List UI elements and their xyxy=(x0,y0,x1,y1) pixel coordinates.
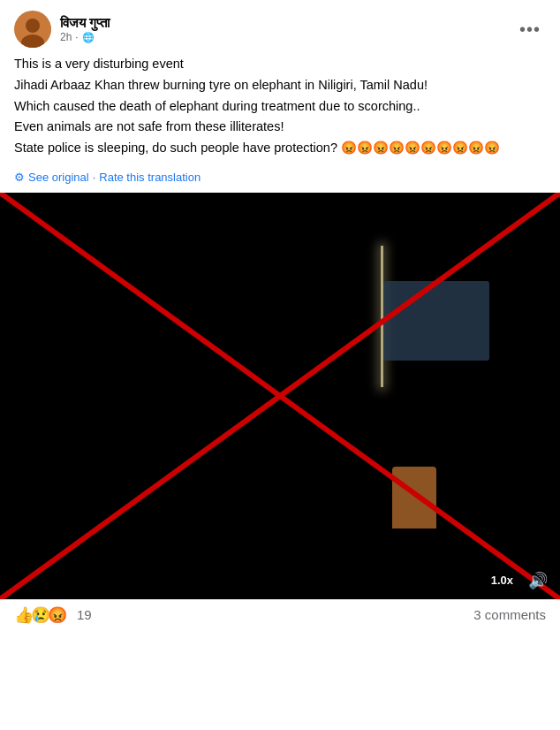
svg-point-1 xyxy=(26,19,40,33)
reaction-count[interactable]: 19 xyxy=(77,607,92,622)
text-line-1: This is a very disturbing event xyxy=(14,55,546,74)
text-line-2: Jihadi Arbaaz Khan threw burning tyre on… xyxy=(14,76,546,95)
video-background: 1.0x 🔊 xyxy=(0,193,560,599)
see-original-link[interactable]: See original xyxy=(28,171,89,184)
scene-vehicle xyxy=(383,281,489,361)
post-meta: 2h · 🌐 xyxy=(60,31,110,43)
globe-icon: 🌐 xyxy=(82,32,95,43)
speed-badge[interactable]: 1.0x xyxy=(485,572,519,589)
translation-bar: ⚙ See original · Rate this translation xyxy=(0,167,560,193)
post-header: विजय गुप्ता 2h · 🌐 ••• xyxy=(0,0,560,55)
user-info: विजय गुप्ता 2h · 🌐 xyxy=(60,15,110,43)
comments-count[interactable]: 3 comments xyxy=(473,607,546,622)
post-header-left: विजय गुप्ता 2h · 🌐 xyxy=(14,11,110,48)
angry-emoji: 😡 xyxy=(48,605,67,625)
rate-translation-link[interactable]: Rate this translation xyxy=(99,171,201,184)
text-line-4: Even animals are not safe from these ill… xyxy=(14,118,546,137)
video-container[interactable]: 1.0x 🔊 xyxy=(0,193,560,599)
separator: · xyxy=(75,31,78,43)
scene-figure xyxy=(392,467,436,528)
more-options-button[interactable]: ••• xyxy=(514,13,546,45)
reaction-icons: 👍 😢 😡 xyxy=(14,605,64,625)
post-text: This is a very disturbing event Jihadi A… xyxy=(0,55,560,167)
video-controls: 1.0x 🔊 xyxy=(485,571,548,590)
text-line-5: State police is sleeping, do such people… xyxy=(14,139,546,158)
reactions: 👍 😢 😡 19 xyxy=(14,605,92,625)
avatar[interactable] xyxy=(14,11,51,48)
post-card: विजय गुप्ता 2h · 🌐 ••• This is a very di… xyxy=(0,0,560,730)
post-time: 2h xyxy=(60,31,72,43)
post-actions: 👍 😢 😡 19 3 comments xyxy=(0,599,560,630)
volume-icon[interactable]: 🔊 xyxy=(528,571,548,590)
translation-separator: · xyxy=(93,171,96,184)
translation-gear-icon: ⚙ xyxy=(14,171,25,184)
text-line-3: Which caused the death of elephant durin… xyxy=(14,97,546,117)
scene xyxy=(0,193,560,599)
user-name[interactable]: विजय गुप्ता xyxy=(60,15,110,31)
avatar-image xyxy=(14,11,51,48)
